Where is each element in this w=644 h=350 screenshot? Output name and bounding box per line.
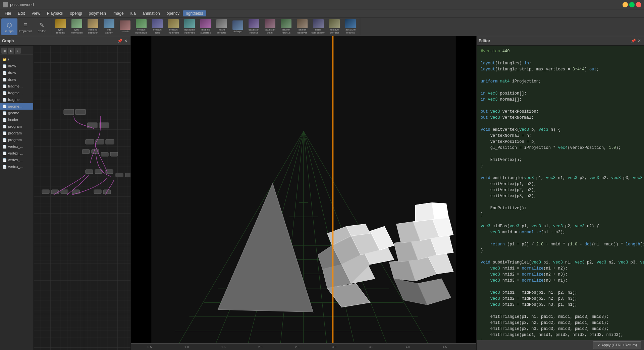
menu-item-file[interactable]: File [1, 10, 14, 16]
editor-panel-close[interactable]: ✕ [637, 38, 642, 44]
thumb-debayer[interactable]: debayer [230, 18, 246, 35]
bezier-refocus-image [281, 19, 291, 28]
thumb-mosaic-split[interactable]: mosaic split [149, 18, 165, 35]
thumb-bezier-debayer[interactable]: bezier debayer [294, 18, 310, 35]
viewport[interactable]: 0.51.01.52.02.53.03.54.04.5 [131, 36, 476, 350]
tree-item-2[interactable]: 📄draw [0, 69, 33, 76]
nav-root-button[interactable]: / [15, 48, 21, 54]
nav-forward-button[interactable]: ▶ [8, 48, 14, 54]
code-line: EmitVertex(); [481, 157, 640, 163]
menu-item-playback[interactable]: Playback [44, 10, 67, 16]
thumb-naive-refocus[interactable]: naive refocus [214, 18, 230, 35]
apply-button[interactable]: ✓ Apply (CTRL+Return) [593, 341, 641, 349]
menu-item-animation[interactable]: animation [139, 10, 163, 16]
relative-corresp-image [329, 19, 340, 28]
code-line: emitTriangle(p1, n1, pmid1, nmid1, pmid3… [481, 314, 640, 320]
thumb-lytro-normalize[interactable]: lytro normalize [69, 18, 85, 35]
maximize-button[interactable] [629, 2, 635, 7]
tree-item-4[interactable]: 📄fragme... [0, 83, 33, 90]
tree-item-icon: 📄 [3, 138, 7, 142]
properties-tool-label: Properties [18, 30, 32, 33]
code-line: uniform mat4 iProjection; [481, 78, 640, 84]
menu-item-view[interactable]: View [28, 10, 44, 16]
thumb-laplacian-inpainted[interactable]: laplacian inpainted [181, 18, 198, 35]
svg-rect-6 [86, 139, 94, 144]
tree-item-15[interactable]: 📄vertex_... [0, 157, 33, 163]
thumb-gaussian-detail[interactable]: gaussian detail [262, 18, 278, 35]
tree-item-7[interactable]: 📄geome... [0, 103, 33, 110]
thumbnails-section: lytro readinglytro normalizereading deba… [53, 18, 360, 35]
thumb-absolute-metrics[interactable]: absolute metrics [342, 18, 359, 35]
menu-item-lightfields[interactable]: lightfields [183, 10, 206, 16]
code-line: } [481, 163, 640, 169]
thumb-bezier-refocus[interactable]: bezier refocus [278, 18, 294, 35]
thumb-detail-comparison[interactable]: detail comparison [310, 18, 326, 35]
node-canvas[interactable] [34, 46, 130, 350]
code-line: emitTriangle(p2, n2, pmid2, nmid2, pmid1… [481, 320, 640, 326]
thumb-mosaic-superres[interactable]: mosaic superres [198, 18, 214, 35]
tree-item-8[interactable]: 📄geome... [0, 110, 33, 116]
graph-panel-title: Graph [2, 39, 14, 43]
tree-item-0[interactable]: 📁/ [0, 56, 33, 63]
editor-content[interactable]: #version 440 layout(triangles) in;layout… [477, 46, 644, 340]
properties-tool-button[interactable]: ≡ Properties [17, 18, 34, 35]
menu-item-opencv[interactable]: opencv [163, 10, 183, 16]
tree-item-9[interactable]: 📄loader [0, 116, 33, 123]
thumb-lytro-pattern[interactable]: lytro pattern [101, 18, 117, 35]
code-line: vec3 pmid3 = midPos(p3, n3, p1, n1); [481, 302, 640, 308]
tree-item-3[interactable]: 📄draw [0, 76, 33, 83]
code-line [481, 103, 640, 109]
tree-item-11[interactable]: 📄program [0, 130, 33, 136]
mosaic-superres-image [200, 19, 211, 28]
ruler-tick-1: 1.0 [184, 345, 189, 349]
thumb-lytro-reading[interactable]: lytro reading [53, 18, 69, 35]
svg-rect-2 [64, 109, 74, 115]
node-graph-svg [34, 46, 130, 350]
thumb-gaussian-refocus[interactable]: gaussian refocus [246, 18, 262, 35]
svg-rect-22 [94, 190, 101, 194]
main-tools-section: ⬡ Graph ≡ Properties ✎ Editor [1, 18, 51, 35]
graph-panel-close[interactable]: ✕ [123, 38, 128, 44]
tree-item-13[interactable]: 📄vertex_... [0, 143, 33, 150]
editor-panel-pin[interactable]: 📌 [631, 38, 636, 44]
code-line [481, 169, 640, 175]
menu-item-image[interactable]: image [109, 10, 127, 16]
graph-tool-button[interactable]: ⬡ Graph [1, 18, 17, 35]
tree-item-12[interactable]: 📄program [0, 136, 33, 143]
tree-item-16[interactable]: 📄vertex_... [0, 163, 33, 170]
tree-item-10[interactable]: 📄program [0, 123, 33, 130]
tree-sidebar: ◀ ▶ / 📁/📄draw📄draw📄draw📄fragme...📄fragme… [0, 46, 34, 350]
tree-item-name: program [8, 131, 22, 135]
tree-item-14[interactable]: 📄vertex_... [0, 150, 33, 157]
tree-item-icon: 📄 [3, 111, 7, 115]
tree-item-6[interactable]: 📄fragme... [0, 96, 33, 103]
lytro-pattern-image [104, 19, 114, 28]
thumb-relative-corresp[interactable]: relative corresp [326, 18, 342, 35]
close-button[interactable] [636, 2, 641, 7]
window-controls [623, 2, 641, 7]
gaussian-detail-image [265, 19, 275, 28]
menu-item-lua[interactable]: lua [127, 10, 139, 16]
nav-back-button[interactable]: ◀ [1, 48, 7, 54]
menu-item-edit[interactable]: Edit [14, 10, 28, 16]
code-line: out vec3 vertexPosition; [481, 109, 640, 115]
laplacian-inpainted-image [184, 19, 195, 28]
tree-item-1[interactable]: 📄draw [0, 63, 33, 69]
graph-panel: Graph 📌 ✕ ◀ ▶ / 📁/📄draw📄draw📄draw📄fragme… [0, 36, 131, 350]
thumb-reading-debayer[interactable]: reading debayer [85, 18, 101, 35]
viewport-ruler: 0.51.01.52.02.53.03.54.04.5 [131, 343, 476, 350]
thumb-mosaic[interactable]: mosaic [117, 18, 133, 35]
editor-tool-button[interactable]: ✎ Editor [34, 18, 50, 35]
naive-refocus-image [216, 19, 227, 28]
code-line [481, 121, 640, 127]
thumb-mosaic-inpainted[interactable]: mosaic inpainted [165, 18, 181, 35]
tree-item-5[interactable]: 📄fragme... [0, 90, 33, 96]
menu-item-opengl[interactable]: opengl [67, 10, 86, 16]
minimize-button[interactable] [623, 2, 628, 7]
thumb-mosaic-normalize[interactable]: mosaic normalize [133, 18, 149, 35]
menu-item-polymesh[interactable]: polymesh [86, 10, 109, 16]
graph-panel-pin[interactable]: 📌 [117, 38, 122, 44]
code-line [481, 284, 640, 290]
code-line: return (p1 + p2) / 2.0 + mmid * (1.0 - d… [481, 241, 640, 247]
absolute-metrics-image [345, 19, 356, 28]
